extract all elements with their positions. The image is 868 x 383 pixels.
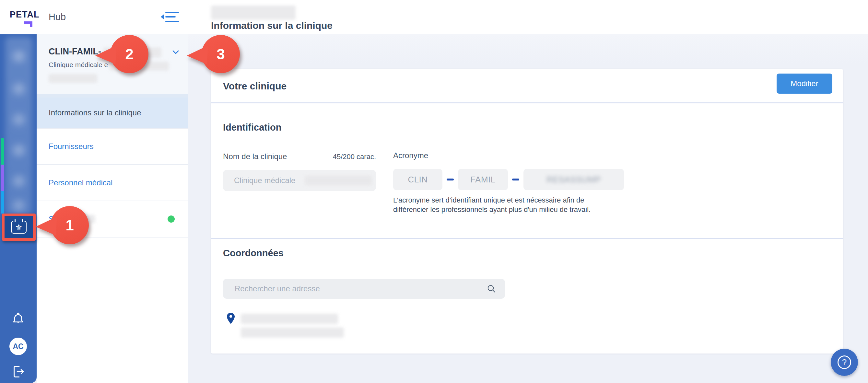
page-title: Information sur la clinique (211, 20, 333, 31)
clinic-name-label: Nom de la clinique (223, 152, 287, 161)
acronym-value-3-redacted: RESASSUMP (547, 174, 601, 185)
acronym-input-2[interactable]: FAMIL (458, 169, 508, 190)
acronym-input-3[interactable]: RESASSUMP (523, 169, 624, 190)
annotation-number: 3 (217, 45, 225, 63)
acronym-inputs: CLIN FAMIL RESASSUMP (393, 169, 624, 190)
sidebar-item-informations-clinique[interactable]: Informations sur la clinique (37, 98, 188, 129)
annotation-balloon-1: 1 (51, 206, 89, 244)
coordonnees-heading: Coordonnées (223, 248, 284, 259)
char-counter: 45/200 carac. (333, 153, 376, 161)
clinic-card: Votre clinique Modifier Identification N… (211, 69, 843, 353)
chevron-down-icon[interactable] (170, 49, 181, 56)
acronym-helper-text: L’acronyme sert d’identifiant unique et … (393, 195, 591, 214)
annotation-balloon-3: 3 (202, 35, 240, 73)
clinic-subtitle: Clinique médicale e (49, 61, 108, 69)
rail-indicator-purple (1, 165, 4, 191)
breadcrumb-redacted (211, 5, 296, 20)
sidebar-item-label: Fournisseurs (49, 142, 94, 151)
collapse-sidebar-icon[interactable] (161, 10, 180, 24)
acronym-value-1: CLIN (408, 174, 428, 185)
logout-icon[interactable] (11, 364, 26, 379)
sidebar-item-fournisseurs[interactable]: Fournisseurs (37, 129, 188, 165)
address-search (223, 279, 505, 299)
petal-logo: PETAL (10, 10, 52, 27)
address-line2-redacted (241, 327, 344, 338)
product-title: Hub (49, 12, 66, 22)
annotation-number: 1 (65, 217, 74, 234)
address-line1-redacted (241, 314, 338, 324)
app-rail: ⚜ AC (0, 34, 37, 383)
location-pin-icon (225, 312, 236, 325)
clinic-app-button[interactable]: ⚜ (2, 214, 36, 241)
card-divider (211, 238, 843, 239)
edit-button[interactable]: Modifier (777, 73, 832, 94)
clinic-name-input[interactable]: Clinique médicale (223, 170, 376, 191)
annotation-number: 2 (125, 45, 133, 63)
user-avatar[interactable]: AC (9, 338, 27, 355)
acronym-dash-icon (447, 179, 454, 181)
sidebar-item-label: Informations sur la clinique (49, 108, 141, 117)
acronym-dash-icon (512, 179, 519, 181)
acronym-input-1[interactable]: CLIN (393, 169, 442, 190)
sidebar-item-personnel-medical[interactable]: Personnel médical (37, 165, 188, 201)
card-divider (211, 102, 843, 103)
clinic-name-redacted (305, 175, 372, 185)
petal-logo-text: PETAL (10, 10, 39, 20)
search-icon[interactable] (486, 284, 497, 294)
help-button[interactable]: ? (831, 349, 858, 376)
card-title: Votre clinique (223, 81, 286, 92)
sidebar-divider-band (37, 94, 188, 98)
notifications-bell-icon[interactable] (11, 312, 26, 327)
acronym-value-2: FAMIL (470, 174, 496, 185)
clinic-name-value: Clinique médicale (234, 176, 295, 185)
acronym-label: Acronyme (393, 151, 428, 160)
clinic-code: CLIN-FAMIL- (49, 47, 101, 57)
top-bar: PETAL Hub (0, 0, 868, 34)
app-window: PETAL Hub Information sur la clinique ⚜ (0, 0, 868, 383)
clinic-subtitle2-redacted (49, 74, 97, 83)
identification-heading: Identification (223, 122, 281, 133)
rail-indicator-sky (1, 191, 4, 214)
avatar-initials: AC (13, 342, 23, 351)
fleur-de-lis-icon: ⚜ (11, 221, 27, 234)
clinic-switcher[interactable]: CLIN-FAMIL- Clinique médicale e (37, 34, 188, 94)
question-mark-icon: ? (838, 355, 851, 369)
petal-logo-mark-icon (24, 21, 32, 27)
rail-blurred-icons (5, 37, 32, 215)
rail-indicator-green (1, 138, 4, 165)
sidebar-item-label: Personnel médical (49, 178, 113, 187)
status-dot (167, 216, 175, 223)
annotation-balloon-2: 2 (110, 35, 149, 73)
address-search-input[interactable] (234, 284, 505, 294)
